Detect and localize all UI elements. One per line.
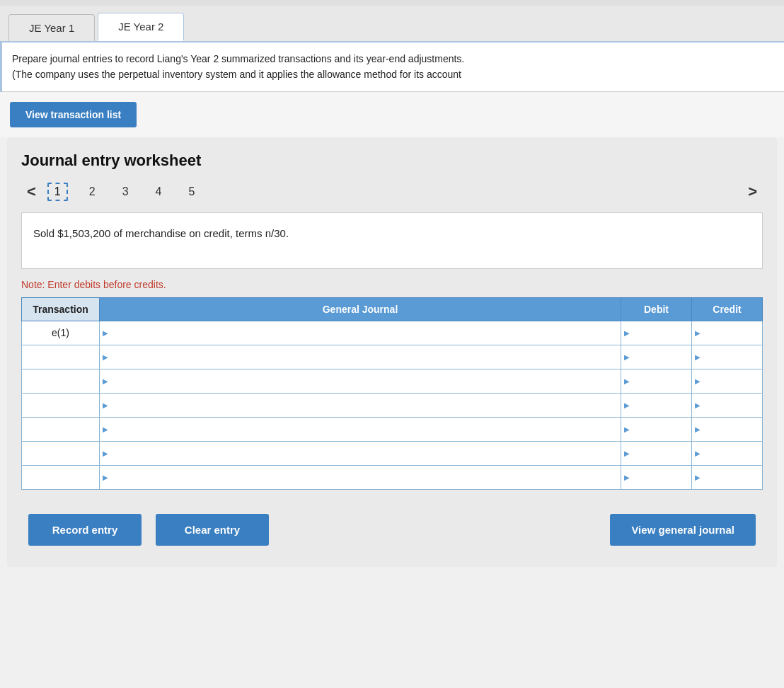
- scenario-text: Sold $1,503,200 of merchandise on credit…: [33, 227, 289, 239]
- credit-input-6[interactable]: [692, 442, 762, 465]
- tabs-row: JE Year 1 JE Year 2: [0, 6, 784, 42]
- credit-cell-4[interactable]: [692, 393, 763, 417]
- note-text: Note: Enter debits before credits.: [21, 279, 763, 290]
- record-entry-button[interactable]: Record entry: [28, 514, 142, 546]
- general-journal-cell-5[interactable]: [100, 417, 621, 441]
- debit-input-7[interactable]: [621, 466, 691, 489]
- page-num-5[interactable]: 5: [183, 183, 200, 201]
- general-journal-cell-2[interactable]: [100, 345, 621, 369]
- general-journal-input-5[interactable]: [100, 418, 621, 441]
- general-journal-input-2[interactable]: [100, 345, 621, 369]
- col-credit: Credit: [692, 297, 763, 321]
- table-row: [22, 393, 763, 417]
- journal-table: Transaction General Journal Debit Credit…: [21, 297, 763, 490]
- view-transaction-list-button[interactable]: View transaction list: [10, 102, 137, 127]
- table-row: [22, 369, 763, 393]
- transaction-label-7: [22, 465, 100, 489]
- general-journal-cell-4[interactable]: [100, 393, 621, 417]
- next-arrow[interactable]: >: [742, 180, 763, 204]
- general-journal-cell-1[interactable]: [100, 321, 621, 345]
- scenario-box: Sold $1,503,200 of merchandise on credit…: [21, 212, 763, 269]
- worksheet-title: Journal entry worksheet: [21, 151, 763, 170]
- general-journal-cell-7[interactable]: [100, 465, 621, 489]
- debit-cell-5[interactable]: [621, 417, 692, 441]
- table-row: [22, 417, 763, 441]
- debit-input-6[interactable]: [621, 442, 691, 465]
- transaction-label-2: [22, 345, 100, 369]
- page-num-4[interactable]: 4: [150, 183, 168, 201]
- general-journal-input-1[interactable]: [100, 321, 621, 345]
- general-journal-input-7[interactable]: [100, 466, 621, 489]
- debit-input-2[interactable]: [621, 345, 691, 369]
- table-row: [22, 441, 763, 465]
- nav-row: < 1 2 3 4 5 >: [21, 180, 763, 204]
- table-row: e(1): [22, 321, 763, 345]
- tab-je-year2[interactable]: JE Year 2: [98, 13, 184, 41]
- transaction-label-4: [22, 393, 100, 417]
- col-general-journal: General Journal: [100, 297, 621, 321]
- credit-input-7[interactable]: [692, 466, 762, 489]
- page-nums: 1 2 3 4 5: [47, 183, 201, 201]
- general-journal-cell-6[interactable]: [100, 441, 621, 465]
- transaction-label-1: e(1): [22, 321, 100, 345]
- instruction-line2: (The company uses the perpetual inventor…: [12, 69, 461, 80]
- credit-cell-5[interactable]: [692, 417, 763, 441]
- credit-cell-1[interactable]: [692, 321, 763, 345]
- worksheet-container: Journal entry worksheet < 1 2 3 4 5 > So…: [7, 137, 777, 567]
- instruction-line1: Prepare journal entries to record Liang'…: [12, 53, 464, 64]
- debit-cell-7[interactable]: [621, 465, 692, 489]
- transaction-label-5: [22, 417, 100, 441]
- prev-arrow[interactable]: <: [21, 180, 42, 204]
- transaction-label-3: [22, 369, 100, 393]
- debit-input-4[interactable]: [621, 394, 691, 417]
- credit-input-3[interactable]: [692, 369, 762, 393]
- debit-cell-1[interactable]: [621, 321, 692, 345]
- clear-entry-button[interactable]: Clear entry: [156, 514, 269, 546]
- col-debit: Debit: [621, 297, 692, 321]
- general-journal-input-3[interactable]: [100, 369, 621, 393]
- page-num-2[interactable]: 2: [83, 183, 101, 201]
- bottom-buttons: Record entry Clear entry View general jo…: [21, 504, 763, 553]
- credit-input-2[interactable]: [692, 345, 762, 369]
- table-row: [22, 465, 763, 489]
- debit-cell-2[interactable]: [621, 345, 692, 369]
- credit-cell-7[interactable]: [692, 465, 763, 489]
- tab-je-year1[interactable]: JE Year 1: [8, 14, 95, 41]
- debit-cell-6[interactable]: [621, 441, 692, 465]
- view-general-journal-button[interactable]: View general journal: [610, 514, 756, 546]
- general-journal-cell-3[interactable]: [100, 369, 621, 393]
- table-row: [22, 345, 763, 369]
- general-journal-input-4[interactable]: [100, 394, 621, 417]
- debit-input-3[interactable]: [621, 369, 691, 393]
- credit-cell-3[interactable]: [692, 369, 763, 393]
- col-transaction: Transaction: [22, 297, 100, 321]
- view-btn-row: View transaction list: [0, 92, 784, 137]
- credit-cell-2[interactable]: [692, 345, 763, 369]
- debit-input-1[interactable]: [621, 321, 691, 345]
- credit-input-4[interactable]: [692, 394, 762, 417]
- credit-input-5[interactable]: [692, 418, 762, 441]
- credit-input-1[interactable]: [692, 321, 762, 345]
- general-journal-input-6[interactable]: [100, 442, 621, 465]
- debit-input-5[interactable]: [621, 418, 691, 441]
- instruction-box: Prepare journal entries to record Liang'…: [0, 42, 784, 92]
- debit-cell-3[interactable]: [621, 369, 692, 393]
- credit-cell-6[interactable]: [692, 441, 763, 465]
- transaction-label-6: [22, 441, 100, 465]
- page-num-3[interactable]: 3: [117, 183, 134, 201]
- debit-cell-4[interactable]: [621, 393, 692, 417]
- page-num-1[interactable]: 1: [47, 183, 68, 201]
